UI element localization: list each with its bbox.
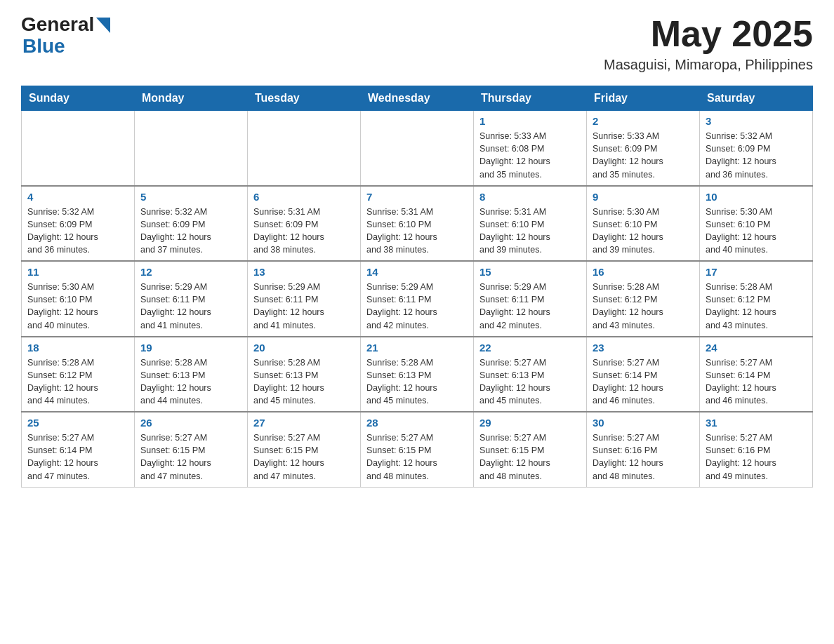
day-info: Sunrise: 5:27 AMSunset: 6:15 PMDaylight:…	[366, 431, 468, 483]
day-info: Sunrise: 5:31 AMSunset: 6:10 PMDaylight:…	[366, 206, 468, 257]
day-number: 14	[366, 266, 468, 278]
day-number: 7	[366, 191, 468, 203]
day-info: Sunrise: 5:27 AMSunset: 6:16 PMDaylight:…	[706, 431, 807, 483]
calendar-cell: 29Sunrise: 5:27 AMSunset: 6:15 PMDayligh…	[474, 412, 587, 487]
day-info: Sunrise: 5:27 AMSunset: 6:15 PMDaylight:…	[479, 431, 581, 483]
calendar-cell: 28Sunrise: 5:27 AMSunset: 6:15 PMDayligh…	[361, 412, 474, 487]
day-info: Sunrise: 5:29 AMSunset: 6:11 PMDaylight:…	[479, 281, 581, 332]
calendar-cell: 10Sunrise: 5:30 AMSunset: 6:10 PMDayligh…	[700, 186, 813, 262]
day-number: 8	[479, 191, 581, 203]
calendar-cell: 15Sunrise: 5:29 AMSunset: 6:11 PMDayligh…	[474, 261, 587, 337]
day-info: Sunrise: 5:29 AMSunset: 6:11 PMDaylight:…	[253, 281, 355, 332]
calendar-cell: 30Sunrise: 5:27 AMSunset: 6:16 PMDayligh…	[587, 412, 700, 487]
day-info: Sunrise: 5:31 AMSunset: 6:10 PMDaylight:…	[479, 206, 581, 257]
calendar-cell: 31Sunrise: 5:27 AMSunset: 6:16 PMDayligh…	[700, 412, 813, 487]
calendar-cell: 24Sunrise: 5:27 AMSunset: 6:14 PMDayligh…	[700, 337, 813, 412]
calendar-week-row: 1Sunrise: 5:33 AMSunset: 6:08 PMDaylight…	[22, 111, 813, 186]
calendar-cell: 20Sunrise: 5:28 AMSunset: 6:13 PMDayligh…	[248, 337, 361, 412]
day-number: 15	[479, 266, 581, 278]
calendar-cell: 25Sunrise: 5:27 AMSunset: 6:14 PMDayligh…	[22, 412, 135, 487]
day-info: Sunrise: 5:28 AMSunset: 6:12 PMDaylight:…	[593, 281, 694, 332]
day-number: 20	[253, 342, 355, 354]
day-number: 31	[706, 417, 807, 429]
weekday-header-monday: Monday	[135, 86, 248, 111]
calendar-cell	[22, 111, 135, 186]
calendar-cell: 17Sunrise: 5:28 AMSunset: 6:12 PMDayligh…	[700, 261, 813, 337]
calendar-cell	[135, 111, 248, 186]
month-title: May 2025	[604, 14, 813, 54]
day-info: Sunrise: 5:32 AMSunset: 6:09 PMDaylight:…	[140, 206, 241, 257]
calendar-cell: 21Sunrise: 5:28 AMSunset: 6:13 PMDayligh…	[361, 337, 474, 412]
weekday-header-friday: Friday	[587, 86, 700, 111]
day-info: Sunrise: 5:28 AMSunset: 6:13 PMDaylight:…	[140, 356, 241, 408]
calendar-week-row: 4Sunrise: 5:32 AMSunset: 6:09 PMDaylight…	[22, 186, 813, 262]
day-info: Sunrise: 5:30 AMSunset: 6:10 PMDaylight:…	[593, 206, 694, 257]
day-number: 29	[479, 417, 581, 429]
calendar-week-row: 18Sunrise: 5:28 AMSunset: 6:12 PMDayligh…	[22, 337, 813, 412]
calendar-cell: 16Sunrise: 5:28 AMSunset: 6:12 PMDayligh…	[587, 261, 700, 337]
day-info: Sunrise: 5:28 AMSunset: 6:12 PMDaylight:…	[27, 356, 128, 408]
day-info: Sunrise: 5:27 AMSunset: 6:16 PMDaylight:…	[593, 431, 694, 483]
day-number: 27	[253, 417, 355, 429]
day-info: Sunrise: 5:28 AMSunset: 6:13 PMDaylight:…	[366, 356, 468, 408]
calendar-cell: 5Sunrise: 5:32 AMSunset: 6:09 PMDaylight…	[135, 186, 248, 262]
calendar-cell: 19Sunrise: 5:28 AMSunset: 6:13 PMDayligh…	[135, 337, 248, 412]
page-header: General Blue May 2025 Masaguisi, Mimarop…	[21, 14, 813, 73]
day-info: Sunrise: 5:32 AMSunset: 6:09 PMDaylight:…	[27, 206, 128, 257]
day-info: Sunrise: 5:27 AMSunset: 6:14 PMDaylight:…	[706, 356, 807, 408]
day-info: Sunrise: 5:33 AMSunset: 6:09 PMDaylight:…	[593, 130, 694, 181]
day-info: Sunrise: 5:30 AMSunset: 6:10 PMDaylight:…	[27, 281, 128, 332]
day-number: 22	[479, 342, 581, 354]
calendar-week-row: 25Sunrise: 5:27 AMSunset: 6:14 PMDayligh…	[22, 412, 813, 487]
day-number: 4	[27, 191, 128, 203]
day-number: 26	[140, 417, 241, 429]
day-number: 5	[140, 191, 241, 203]
calendar-cell	[361, 111, 474, 186]
day-info: Sunrise: 5:32 AMSunset: 6:09 PMDaylight:…	[706, 130, 807, 181]
day-number: 13	[253, 266, 355, 278]
day-number: 10	[706, 191, 807, 203]
day-number: 28	[366, 417, 468, 429]
day-info: Sunrise: 5:33 AMSunset: 6:08 PMDaylight:…	[479, 130, 581, 181]
calendar-cell: 6Sunrise: 5:31 AMSunset: 6:09 PMDaylight…	[248, 186, 361, 262]
calendar-cell: 1Sunrise: 5:33 AMSunset: 6:08 PMDaylight…	[474, 111, 587, 186]
day-number: 9	[593, 191, 694, 203]
day-info: Sunrise: 5:27 AMSunset: 6:14 PMDaylight:…	[593, 356, 694, 408]
day-info: Sunrise: 5:27 AMSunset: 6:13 PMDaylight:…	[479, 356, 581, 408]
weekday-header-saturday: Saturday	[700, 86, 813, 111]
day-info: Sunrise: 5:27 AMSunset: 6:14 PMDaylight:…	[27, 431, 128, 483]
day-number: 30	[593, 417, 694, 429]
day-info: Sunrise: 5:28 AMSunset: 6:12 PMDaylight:…	[706, 281, 807, 332]
day-info: Sunrise: 5:27 AMSunset: 6:15 PMDaylight:…	[253, 431, 355, 483]
day-number: 1	[479, 115, 581, 127]
day-info: Sunrise: 5:31 AMSunset: 6:09 PMDaylight:…	[253, 206, 355, 257]
day-number: 3	[706, 115, 807, 127]
calendar-cell	[248, 111, 361, 186]
calendar-cell: 7Sunrise: 5:31 AMSunset: 6:10 PMDaylight…	[361, 186, 474, 262]
calendar-week-row: 11Sunrise: 5:30 AMSunset: 6:10 PMDayligh…	[22, 261, 813, 337]
day-number: 23	[593, 342, 694, 354]
day-number: 21	[366, 342, 468, 354]
logo-blue-text: Blue	[22, 36, 110, 58]
calendar-cell: 12Sunrise: 5:29 AMSunset: 6:11 PMDayligh…	[135, 261, 248, 337]
logo-triangle-icon	[96, 18, 110, 33]
day-info: Sunrise: 5:29 AMSunset: 6:11 PMDaylight:…	[366, 281, 468, 332]
calendar-cell: 18Sunrise: 5:28 AMSunset: 6:12 PMDayligh…	[22, 337, 135, 412]
day-number: 2	[593, 115, 694, 127]
calendar-cell: 22Sunrise: 5:27 AMSunset: 6:13 PMDayligh…	[474, 337, 587, 412]
location-subtitle: Masaguisi, Mimaropa, Philippines	[604, 57, 813, 73]
day-number: 17	[706, 266, 807, 278]
day-number: 18	[27, 342, 128, 354]
day-info: Sunrise: 5:28 AMSunset: 6:13 PMDaylight:…	[253, 356, 355, 408]
weekday-header-sunday: Sunday	[22, 86, 135, 111]
calendar-cell: 11Sunrise: 5:30 AMSunset: 6:10 PMDayligh…	[22, 261, 135, 337]
calendar-cell: 4Sunrise: 5:32 AMSunset: 6:09 PMDaylight…	[22, 186, 135, 262]
day-number: 19	[140, 342, 241, 354]
calendar-table: SundayMondayTuesdayWednesdayThursdayFrid…	[21, 86, 813, 488]
day-info: Sunrise: 5:29 AMSunset: 6:11 PMDaylight:…	[140, 281, 241, 332]
calendar-cell: 13Sunrise: 5:29 AMSunset: 6:11 PMDayligh…	[248, 261, 361, 337]
calendar-cell: 26Sunrise: 5:27 AMSunset: 6:15 PMDayligh…	[135, 412, 248, 487]
day-number: 24	[706, 342, 807, 354]
calendar-cell: 3Sunrise: 5:32 AMSunset: 6:09 PMDaylight…	[700, 111, 813, 186]
calendar-cell: 23Sunrise: 5:27 AMSunset: 6:14 PMDayligh…	[587, 337, 700, 412]
